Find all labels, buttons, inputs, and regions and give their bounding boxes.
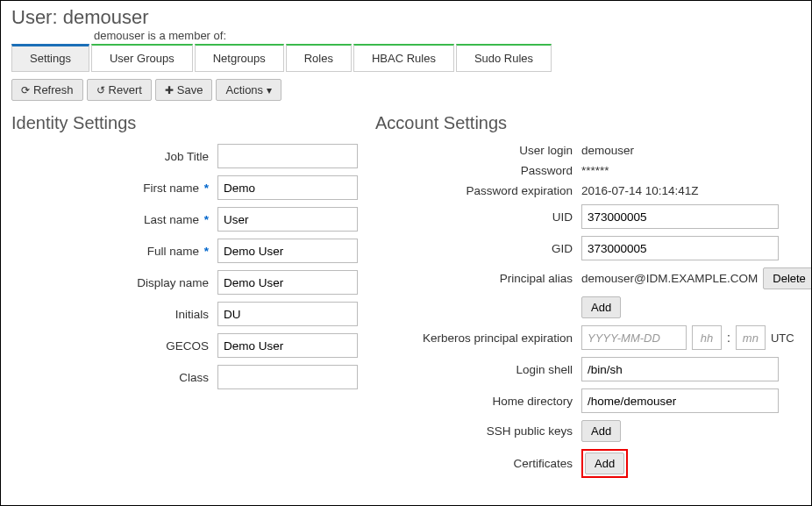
password-exp-label: Password expiration bbox=[375, 184, 581, 197]
account-title: Account Settings bbox=[375, 113, 812, 133]
identity-title: Identity Settings bbox=[11, 113, 358, 133]
tabs-bar: Settings User Groups Netgroups Roles HBA… bbox=[11, 44, 801, 72]
krb-exp-mn-input[interactable] bbox=[736, 325, 766, 350]
title-prefix: User: bbox=[11, 6, 63, 28]
actions-button[interactable]: Actions ▾ bbox=[216, 79, 281, 101]
gecos-input[interactable] bbox=[217, 333, 358, 358]
save-icon: ✚ bbox=[165, 84, 174, 96]
principal-alias-add-button[interactable]: Add bbox=[581, 296, 621, 318]
gid-label: GID bbox=[375, 242, 581, 255]
tab-user-groups[interactable]: User Groups bbox=[91, 44, 193, 72]
class-input[interactable] bbox=[217, 365, 358, 389]
full-name-label: Full name * bbox=[11, 245, 217, 258]
tab-sudo-rules[interactable]: Sudo Rules bbox=[456, 44, 552, 72]
display-name-label: Display name bbox=[11, 276, 217, 289]
initials-input[interactable] bbox=[217, 302, 358, 326]
actions-label: Actions bbox=[225, 83, 263, 96]
initials-label: Initials bbox=[11, 308, 217, 321]
first-name-label: First name * bbox=[11, 182, 217, 195]
password-label: Password bbox=[375, 164, 581, 177]
uid-input[interactable] bbox=[581, 204, 779, 229]
account-section: Account Settings User login demouser Pas… bbox=[375, 110, 812, 485]
job-title-input[interactable] bbox=[217, 144, 358, 168]
last-name-input[interactable] bbox=[217, 207, 358, 232]
display-name-input[interactable] bbox=[217, 270, 358, 295]
tab-hbac-rules[interactable]: HBAC Rules bbox=[353, 44, 454, 72]
full-name-input[interactable] bbox=[217, 239, 358, 263]
uid-label: UID bbox=[375, 210, 581, 224]
ssh-keys-add-button[interactable]: Add bbox=[581, 420, 621, 442]
login-shell-label: Login shell bbox=[375, 363, 581, 376]
krb-exp-hh-input[interactable] bbox=[692, 325, 722, 350]
revert-button[interactable]: ↺Revert bbox=[87, 79, 152, 101]
toolbar: ⟳Refresh ↺Revert ✚Save Actions ▾ bbox=[11, 79, 801, 101]
last-name-label: Last name * bbox=[11, 213, 217, 226]
home-dir-input[interactable] bbox=[581, 388, 779, 413]
certificates-label: Certificates bbox=[375, 457, 581, 470]
krb-exp-label: Kerberos principal expiration bbox=[375, 331, 581, 345]
principal-alias-value: demouser@IDM.EXAMPLE.COM bbox=[581, 272, 758, 285]
principal-alias-delete-button[interactable]: Delete bbox=[763, 267, 812, 289]
home-dir-label: Home directory bbox=[375, 395, 581, 408]
tab-roles[interactable]: Roles bbox=[286, 44, 352, 72]
refresh-button[interactable]: ⟳Refresh bbox=[11, 79, 83, 101]
revert-label: Revert bbox=[109, 83, 142, 96]
first-name-input[interactable] bbox=[217, 175, 358, 200]
krb-exp-date-input[interactable] bbox=[581, 325, 687, 350]
revert-icon: ↺ bbox=[96, 84, 105, 96]
job-title-label: Job Title bbox=[11, 150, 217, 163]
user-login-value: demouser bbox=[581, 144, 634, 157]
user-login-label: User login bbox=[375, 144, 581, 157]
tab-netgroups[interactable]: Netgroups bbox=[195, 44, 284, 72]
time-colon: : bbox=[727, 331, 730, 345]
password-value: ****** bbox=[581, 164, 609, 177]
password-exp-value: 2016-07-14 10:14:41Z bbox=[581, 184, 699, 197]
certificates-add-highlight: Add bbox=[581, 449, 628, 478]
save-button[interactable]: ✚Save bbox=[155, 79, 213, 101]
class-label: Class bbox=[11, 371, 217, 384]
refresh-label: Refresh bbox=[33, 83, 74, 96]
tab-settings[interactable]: Settings bbox=[11, 44, 89, 72]
login-shell-input[interactable] bbox=[581, 357, 779, 381]
page-title: User: demouser bbox=[11, 6, 801, 29]
chevron-down-icon: ▾ bbox=[267, 84, 272, 96]
principal-alias-label: Principal alias bbox=[375, 272, 581, 285]
utc-label: UTC bbox=[771, 331, 794, 345]
gecos-label: GECOS bbox=[11, 339, 217, 353]
identity-section: Identity Settings Job Title First name *… bbox=[11, 110, 358, 485]
certificates-add-button[interactable]: Add bbox=[585, 453, 624, 474]
save-label: Save bbox=[177, 83, 203, 96]
member-of-label: demouser is a member of: bbox=[94, 29, 801, 42]
title-username: demouser bbox=[63, 6, 149, 28]
refresh-icon: ⟳ bbox=[21, 84, 30, 96]
gid-input[interactable] bbox=[581, 236, 779, 260]
ssh-keys-label: SSH public keys bbox=[375, 424, 581, 438]
